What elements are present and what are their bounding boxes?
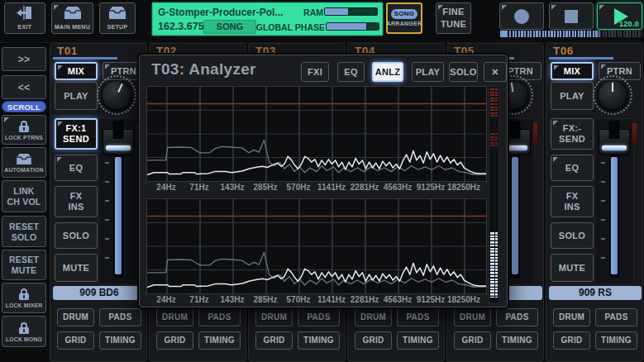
dialog-anlz-button[interactable]: ANLZ <box>372 62 403 82</box>
ram-label: RAM <box>303 7 323 17</box>
lock-icon <box>18 120 30 134</box>
g-stomper-producer-app: EXIT MAIN MENU SETUP G-Stomper-Producer-… <box>0 0 644 362</box>
play-button[interactable]: 120.0 <box>597 2 642 30</box>
pads-button[interactable]: PADS <box>397 308 439 326</box>
mix-tab[interactable]: MIX <box>551 62 594 80</box>
drawer-icon <box>107 6 127 21</box>
grid-button[interactable]: GRID <box>553 331 590 350</box>
fx-ins-line1: FX <box>566 191 579 202</box>
eq-button[interactable]: EQ <box>55 155 98 181</box>
drum-button[interactable]: DRUM <box>156 308 193 326</box>
pads-button[interactable]: PADS <box>99 308 141 326</box>
dialog-close-button[interactable]: ✕ <box>484 62 507 82</box>
pan-knob[interactable] <box>100 79 133 112</box>
pads-button[interactable]: PADS <box>595 308 637 326</box>
timing-button[interactable]: TIMING <box>595 331 637 350</box>
setup-button[interactable]: SETUP <box>99 2 136 34</box>
sidebar-item-reset-mute[interactable]: RESETMUTE <box>2 250 46 280</box>
fader-grip <box>510 121 521 139</box>
timing-button[interactable]: TIMING <box>397 331 439 350</box>
bpm-value: 120.0 <box>619 20 639 28</box>
mix-tab[interactable]: MIX <box>55 62 98 80</box>
fader-grip <box>609 121 620 139</box>
fader-level-fill <box>611 157 618 274</box>
stop-button[interactable] <box>549 2 594 30</box>
track-name[interactable]: 909 RS <box>549 286 642 300</box>
freq-tick-label: 570Hz <box>287 295 311 304</box>
track-play-button[interactable]: PLAY <box>55 82 98 110</box>
exit-door-icon <box>17 6 33 21</box>
main-menu-button[interactable]: MAIN MENU <box>51 2 93 34</box>
sidebar-item-label: RESET <box>9 221 39 231</box>
freq-tick-label: 285Hz <box>254 183 278 192</box>
timing-button[interactable]: TIMING <box>99 331 141 350</box>
timing-button[interactable]: TIMING <box>198 331 241 350</box>
left-sidebar: >><<SCROLLLOCK PTRNSAUTOMATIONLINKCH VOL… <box>2 42 46 362</box>
grid-button[interactable]: GRID <box>57 331 94 350</box>
record-button[interactable] <box>499 2 544 30</box>
drum-button[interactable]: DRUM <box>553 308 590 326</box>
track-column-T06: T06 MIX PTRN PLAY FX:- SEND EQ FX INS SO… <box>546 43 643 362</box>
fader-handle[interactable] <box>599 129 630 155</box>
grid-button[interactable]: GRID <box>156 331 193 350</box>
drum-button[interactable]: DRUM <box>57 308 94 326</box>
drum-button[interactable]: DRUM <box>355 308 392 326</box>
timing-button[interactable]: TIMING <box>298 331 340 350</box>
sidebar-item-lock-mono[interactable]: LOCK MONO <box>2 316 46 347</box>
grid-button[interactable]: GRID <box>454 331 491 350</box>
knob-dial <box>102 80 131 110</box>
sidebar-item-lock-patterns[interactable]: LOCK PTRNS <box>2 115 46 145</box>
drum-button[interactable]: DRUM <box>255 308 293 326</box>
song-progress-bar[interactable] <box>500 31 643 37</box>
timing-button[interactable]: TIMING <box>496 331 538 350</box>
eq-button[interactable]: EQ <box>551 155 594 181</box>
sidebar-item-automation[interactable]: AUTOMATION <box>2 147 46 178</box>
dialog-eq-button[interactable]: EQ <box>337 62 365 82</box>
dialog-title: T03: Analyzer <box>151 60 256 79</box>
track-play-button[interactable]: PLAY <box>551 82 594 110</box>
solo-button[interactable]: SOLO <box>551 222 594 249</box>
fx-ins-line2: INS <box>68 202 83 212</box>
global-phase-meter-fill <box>327 23 366 30</box>
fine-tune-button[interactable]: FINE TUNE <box>436 2 471 34</box>
fader-handle[interactable] <box>103 129 134 155</box>
mode-song-button[interactable]: SONG <box>203 20 256 34</box>
grid-button[interactable]: GRID <box>355 331 392 350</box>
sidebar-item-scroll-mode[interactable]: SCROLL <box>2 101 46 112</box>
fader-stripe <box>602 145 627 150</box>
freq-tick-label: 143Hz <box>221 295 245 304</box>
track-name[interactable]: 909 BD6 <box>53 286 145 300</box>
sidebar-item-scroll-left[interactable]: << <box>2 75 46 99</box>
exit-button[interactable]: EXIT <box>4 2 45 34</box>
sidebar-item-link-channel-volume[interactable]: LINKCH VOL <box>2 180 46 212</box>
fx-send-button[interactable]: FX:- SEND <box>551 118 594 150</box>
pan-knob[interactable] <box>596 79 629 112</box>
freq-tick-label: 570Hz <box>287 183 311 192</box>
sidebar-item-lock-mixer[interactable]: LOCK MIXER <box>2 283 46 313</box>
drum-button[interactable]: DRUM <box>454 308 491 326</box>
pads-button[interactable]: PADS <box>496 308 538 326</box>
freq-tick-label: 2281Hz <box>351 183 379 192</box>
song-arranger-button[interactable]: SONG ARRANGER <box>386 2 422 34</box>
dialog-fxi-button[interactable]: FXI <box>301 62 329 82</box>
freq-tick-label: 4563Hz <box>384 183 412 192</box>
pads-button[interactable]: PADS <box>298 308 340 326</box>
dialog-play-button[interactable]: PLAY <box>412 62 444 82</box>
solo-button[interactable]: SOLO <box>55 222 98 249</box>
volume-fader[interactable] <box>98 118 138 285</box>
fx-insert-button[interactable]: FX INS <box>55 186 98 217</box>
fx-send-button[interactable]: FX:1 SEND <box>55 118 98 150</box>
volume-fader[interactable] <box>594 118 634 285</box>
sidebar-item-scroll-right[interactable]: >> <box>2 47 46 71</box>
analyzer-dialog: T03: Analyzer FXIEQANLZPLAYSOLO✕ 24Hz71H… <box>139 55 508 307</box>
fader-stripe <box>106 145 131 150</box>
grid-button[interactable]: GRID <box>255 331 293 350</box>
dialog-solo-button[interactable]: SOLO <box>449 62 478 82</box>
mute-button[interactable]: MUTE <box>55 254 98 282</box>
fx-insert-button[interactable]: FX INS <box>551 186 594 217</box>
sidebar-item-reset-solo[interactable]: RESETSOLO <box>2 216 46 247</box>
sidebar-item-label: SCROLL <box>7 102 41 112</box>
fx-send-line2: SEND <box>559 134 585 145</box>
mute-button[interactable]: MUTE <box>551 254 594 282</box>
pads-button[interactable]: PADS <box>198 308 241 326</box>
